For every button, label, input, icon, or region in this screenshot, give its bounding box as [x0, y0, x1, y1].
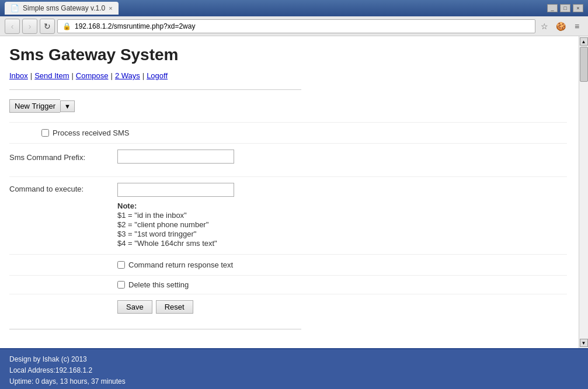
response-row: Command return response text [9, 254, 567, 275]
form-section: Process received SMS Sms Command Prefix:… [9, 122, 567, 319]
top-divider [9, 89, 301, 90]
scroll-thumb[interactable] [580, 47, 588, 82]
sms-prefix-input[interactable] [117, 150, 234, 164]
sms-prefix-row: Sms Command Prefix: [9, 143, 567, 169]
url-input[interactable] [75, 22, 530, 30]
page-icon: 🔒 [62, 22, 71, 30]
nav-links: Inbox | Send Item | Compose | 2 Ways | L… [9, 71, 567, 80]
note-line-4: $4 = "Whole 164chr sms text" [117, 239, 567, 248]
scroll-track[interactable] [580, 46, 588, 339]
trigger-dropdown-arrow[interactable]: ▼ [60, 100, 75, 112]
trigger-button[interactable]: New Trigger [9, 99, 60, 113]
maximize-btn[interactable]: □ [560, 4, 570, 12]
command-section: Command to execute: Note: $1 = "id in th… [9, 176, 567, 254]
close-btn[interactable]: × [573, 4, 583, 12]
command-label: Command to execute: [9, 183, 117, 193]
footer-line-3: Uptime: 0 days, 13 hours, 37 minutes [9, 376, 579, 387]
menu-icon[interactable]: ≡ [570, 20, 583, 33]
note-line-2: $2 = "client phone number" [117, 220, 567, 229]
delete-checkbox[interactable] [117, 281, 125, 289]
footer: Design by Ishak (c) 2013 Local Address:1… [0, 348, 588, 389]
footer-line-2: Local Address:192.168.1.2 [9, 365, 579, 376]
reset-button[interactable]: Reset [156, 300, 193, 314]
send-item-link[interactable]: Send Item [34, 71, 69, 80]
bookmark-icon[interactable]: ☆ [538, 20, 551, 33]
cookie-icon[interactable]: 🍪 [554, 20, 567, 33]
note-section: Note: $1 = "id in the inbox" $2 = "clien… [117, 202, 567, 248]
command-right: Note: $1 = "id in the inbox" $2 = "clien… [117, 183, 567, 248]
process-sms-row: Process received SMS [9, 122, 567, 143]
scroll-up-button[interactable]: ▲ [580, 37, 588, 46]
refresh-button[interactable]: ↻ [40, 19, 55, 34]
delete-row: Delete this setting [9, 275, 567, 294]
two-ways-link[interactable]: 2 Ways [115, 71, 140, 80]
compose-link[interactable]: Compose [76, 71, 109, 80]
note-line-1: $1 = "id in the inbox" [117, 211, 567, 220]
refresh-icon: ↻ [44, 22, 51, 31]
nav-sep-3: | [111, 71, 113, 80]
command-input[interactable] [117, 183, 234, 197]
note-line-3: $3 = "1st word tringger" [117, 230, 567, 238]
button-row: Save Reset [9, 294, 567, 319]
scrollbar[interactable]: ▲ ▼ [579, 36, 588, 348]
scroll-down-button[interactable]: ▼ [580, 339, 588, 347]
forward-icon: › [29, 22, 32, 31]
minimize-btn[interactable]: _ [547, 4, 558, 12]
back-button[interactable]: ‹ [5, 19, 20, 34]
process-sms-label: Process received SMS [53, 128, 130, 137]
browser-tab[interactable]: 📄 Simple sms Gateway v.1.0 × [5, 2, 119, 15]
response-label: Command return response text [128, 261, 233, 269]
footer-line-1: Design by Ishak (c) 2013 [9, 354, 579, 365]
address-bar: 🔒 [57, 19, 535, 33]
bottom-divider [9, 329, 301, 329]
nav-sep-2: | [71, 71, 73, 80]
back-icon: ‹ [11, 22, 14, 31]
forward-button[interactable]: › [22, 19, 37, 34]
nav-sep-4: | [142, 71, 144, 80]
page-title: Sms Gateway System [9, 46, 567, 64]
nav-sep-1: | [30, 71, 32, 80]
note-title: Note: [117, 202, 137, 210]
sms-prefix-label: Sms Command Prefix: [9, 151, 117, 162]
save-button[interactable]: Save [117, 300, 152, 314]
process-sms-checkbox[interactable] [41, 129, 49, 137]
inbox-link[interactable]: Inbox [9, 71, 28, 80]
tab-title: Simple sms Gateway v.1.0 [23, 4, 105, 12]
tab-icon: 📄 [11, 4, 19, 12]
tab-close-btn[interactable]: × [109, 5, 112, 12]
delete-label: Delete this setting [128, 280, 189, 289]
logoff-link[interactable]: Logoff [147, 71, 168, 80]
sms-prefix-input-wrapper [117, 150, 567, 164]
trigger-section: New Trigger ▼ [9, 99, 567, 113]
response-checkbox[interactable] [117, 261, 125, 269]
